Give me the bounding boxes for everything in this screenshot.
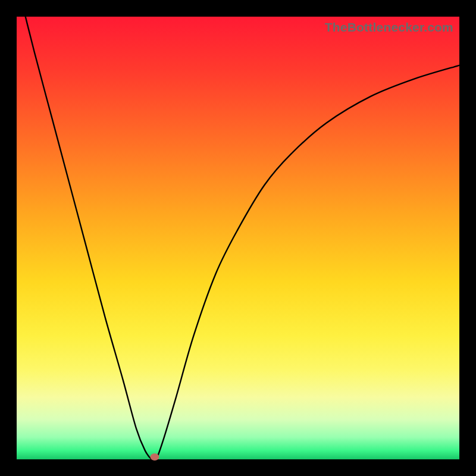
bottleneck-curve — [17, 17, 459, 459]
plot-area: TheBottlenecker.com — [17, 17, 459, 459]
curve-svg — [17, 17, 459, 459]
chart-container: TheBottlenecker.com — [0, 0, 476, 476]
optimal-point-marker — [151, 453, 159, 461]
